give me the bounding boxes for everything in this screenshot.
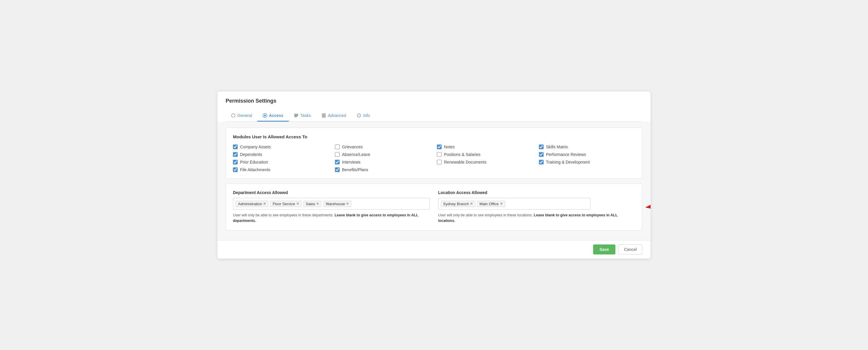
red-arrow bbox=[641, 193, 651, 211]
tab-access-label: Access bbox=[269, 113, 283, 118]
tag-main-office: Main Office ✕ bbox=[477, 201, 505, 207]
checkbox-company-assets: Company Assets bbox=[233, 145, 329, 149]
checkbox-company-assets-input[interactable] bbox=[233, 145, 238, 149]
checkbox-notes: Notes bbox=[437, 145, 533, 149]
checkbox-grievances: Grievances bbox=[335, 145, 431, 149]
tab-info-label: Info bbox=[363, 113, 370, 118]
tag-warehouse: Warehouse ✕ bbox=[323, 201, 351, 207]
tag-administration-close[interactable]: ✕ bbox=[263, 202, 266, 205]
checkbox-dependents-input[interactable] bbox=[233, 152, 238, 157]
checkbox-prior-education-label: Prior Education bbox=[240, 160, 268, 165]
checkbox-file-attachments-input[interactable] bbox=[233, 167, 238, 172]
checkbox-notes-label: Notes bbox=[444, 145, 455, 149]
checkbox-benefits-plans-input[interactable] bbox=[335, 167, 340, 172]
checkbox-prior-education-input[interactable] bbox=[233, 160, 238, 165]
location-tags-input[interactable]: Sydney Branch ✕ Main Office ✕ bbox=[438, 198, 590, 210]
checkbox-file-attachments: File Attachments bbox=[233, 167, 329, 172]
info-icon bbox=[356, 113, 361, 118]
checkbox-prior-education: Prior Education bbox=[233, 160, 329, 165]
access-section: Department Access Allowed Administration… bbox=[226, 183, 642, 230]
modal-title: Permission Settings bbox=[226, 98, 642, 104]
tab-tasks-label: Tasks bbox=[300, 113, 311, 118]
checkbox-benefits-plans-label: Benefits/Plans bbox=[342, 167, 368, 172]
svg-rect-7 bbox=[322, 115, 326, 116]
tab-advanced-label: Advanced bbox=[328, 113, 346, 118]
checkbox-renewable-documents: Renewable Documents bbox=[437, 160, 533, 165]
tag-sydney-branch-close[interactable]: ✕ bbox=[470, 202, 473, 205]
tag-administration-label: Administration bbox=[238, 202, 262, 206]
checkbox-notes-input[interactable] bbox=[437, 145, 442, 149]
checkbox-positions-salaries-input[interactable] bbox=[437, 152, 442, 157]
tag-sydney-branch: Sydney Branch ✕ bbox=[441, 201, 475, 207]
checkbox-file-attachments-label: File Attachments bbox=[240, 167, 271, 172]
checkbox-grievances-input[interactable] bbox=[335, 145, 340, 149]
sliders-icon bbox=[321, 113, 326, 118]
checkbox-renewable-documents-input[interactable] bbox=[437, 160, 442, 165]
checkbox-absence-leave-input[interactable] bbox=[335, 152, 340, 157]
tag-sales-label: Sales bbox=[306, 202, 315, 206]
modal-footer: Save Cancel bbox=[217, 240, 651, 259]
department-label: Department Access Allowed bbox=[233, 190, 430, 195]
tab-general-label: General bbox=[237, 113, 252, 118]
tasks-icon bbox=[294, 113, 299, 118]
tabs-bar: General Access Tasks Advanced Info bbox=[226, 110, 642, 122]
svg-rect-6 bbox=[322, 114, 326, 114]
tag-warehouse-close[interactable]: ✕ bbox=[346, 202, 349, 205]
checkbox-positions-salaries-label: Positions & Salaries bbox=[444, 152, 480, 157]
tag-main-office-close[interactable]: ✕ bbox=[500, 202, 503, 205]
tab-tasks[interactable]: Tasks bbox=[289, 110, 316, 122]
svg-line-13 bbox=[647, 196, 651, 207]
svg-rect-8 bbox=[322, 117, 326, 117]
checkbox-dependents: Dependents bbox=[233, 152, 329, 157]
tab-advanced[interactable]: Advanced bbox=[316, 110, 351, 122]
checkbox-positions-salaries: Positions & Salaries bbox=[437, 152, 533, 157]
department-location-row: Department Access Allowed Administration… bbox=[233, 190, 635, 224]
tag-floor-service-close[interactable]: ✕ bbox=[296, 202, 299, 205]
checkbox-renewable-documents-label: Renewable Documents bbox=[444, 160, 487, 165]
checkbox-performance-reviews-input[interactable] bbox=[539, 152, 544, 157]
tag-sydney-branch-label: Sydney Branch bbox=[443, 202, 469, 206]
checkbox-performance-reviews-label: Performance Reviews bbox=[546, 152, 586, 157]
location-hint: User will only be able to see employees … bbox=[438, 212, 635, 224]
tab-access[interactable]: Access bbox=[257, 110, 289, 122]
checkbox-training-development-input[interactable] bbox=[539, 160, 544, 165]
lock-icon bbox=[262, 113, 267, 118]
tag-floor-service: Floor Service ✕ bbox=[270, 201, 302, 207]
circle-icon bbox=[231, 113, 236, 118]
checkbox-training-development-label: Training & Development bbox=[546, 160, 590, 165]
save-button[interactable]: Save bbox=[593, 244, 616, 255]
checkbox-company-assets-label: Company Assets bbox=[240, 145, 271, 149]
modules-section: Modules User Is Allowed Access To Compan… bbox=[226, 127, 642, 179]
checkbox-grievances-label: Grievances bbox=[342, 145, 363, 149]
department-access: Department Access Allowed Administration… bbox=[233, 190, 430, 224]
svg-point-0 bbox=[231, 114, 235, 117]
checkbox-benefits-plans: Benefits/Plans bbox=[335, 167, 431, 172]
modules-section-title: Modules User Is Allowed Access To bbox=[233, 134, 635, 139]
modal-container: Permission Settings General Access Tasks… bbox=[217, 91, 651, 259]
modal-header: Permission Settings General Access Tasks… bbox=[217, 91, 651, 122]
checkbox-interviews-label: Interviews bbox=[342, 160, 361, 165]
location-access: Location Access Allowed Sydney Branch ✕ … bbox=[438, 190, 635, 224]
department-hint: User will only be able to see employees … bbox=[233, 212, 430, 224]
tab-info[interactable]: Info bbox=[351, 110, 375, 122]
checkbox-absence-leave-label: Absence/Leave bbox=[342, 152, 370, 157]
modal-body: Modules User Is Allowed Access To Compan… bbox=[217, 122, 651, 259]
checkbox-skills-matrix-label: Skills Matrix bbox=[546, 145, 568, 149]
department-tags-input[interactable]: Administration ✕ Floor Service ✕ Sales ✕ bbox=[233, 198, 430, 210]
tag-sales: Sales ✕ bbox=[303, 201, 322, 207]
tag-floor-service-label: Floor Service bbox=[273, 202, 295, 206]
checkbox-skills-matrix-input[interactable] bbox=[539, 145, 544, 149]
svg-rect-4 bbox=[294, 115, 298, 116]
tab-general[interactable]: General bbox=[226, 110, 257, 122]
checkboxes-grid: Company Assets Dependents Prior Educatio… bbox=[233, 145, 635, 172]
svg-point-2 bbox=[264, 115, 266, 116]
svg-point-11 bbox=[359, 115, 359, 115]
tag-sales-close[interactable]: ✕ bbox=[316, 202, 319, 205]
checkbox-training-development: Training & Development bbox=[539, 160, 635, 165]
svg-rect-5 bbox=[294, 116, 297, 117]
checkbox-interviews-input[interactable] bbox=[335, 160, 340, 165]
checkbox-interviews: Interviews bbox=[335, 160, 431, 165]
checkbox-absence-leave: Absence/Leave bbox=[335, 152, 431, 157]
location-label: Location Access Allowed bbox=[438, 190, 635, 195]
cancel-button[interactable]: Cancel bbox=[618, 244, 642, 255]
